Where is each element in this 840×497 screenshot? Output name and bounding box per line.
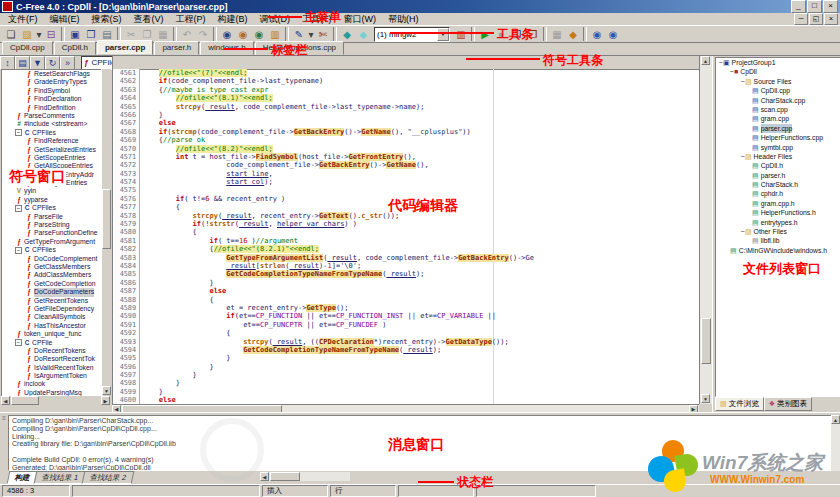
menu-item[interactable]: 窗口(W) (338, 14, 383, 24)
symbol-tree-item[interactable]: ƒParseComments (2, 112, 102, 120)
file-tree-item[interactable]: ▤CharStack.h (716, 180, 840, 189)
code-editor[interactable]: 4561456245634564456545664567456845694570… (112, 56, 700, 404)
symbol-tree-item[interactable]: ƒIsValidRecentToken (2, 364, 102, 372)
code-line[interactable]: GetCodeCompletionTypeNameFromTypeName(_r… (142, 270, 698, 278)
undo-button[interactable]: ↶ (179, 27, 195, 42)
nav-forward-button[interactable]: ◆ (355, 27, 371, 42)
collapse-icon[interactable]: − (15, 339, 22, 346)
save-button[interactable]: ▣ (67, 27, 83, 42)
file-tab[interactable]: parser.cpp (97, 40, 153, 55)
editor-vscrollbar[interactable]: ▲ ▼ (699, 56, 712, 404)
refresh-icon[interactable]: ↻ (45, 56, 60, 70)
replace-in-files-button[interactable]: ✄ (315, 27, 331, 42)
symbol-tree-vscrollbar[interactable]: ▼ (101, 69, 111, 395)
code-line[interactable]: if(code_complement_file->last_typename) (142, 77, 698, 85)
panel-tab[interactable]: ▨文件浏览 (715, 397, 764, 411)
mdi-minimize-button[interactable]: ─ (794, 13, 808, 25)
code-line[interactable]: start_col); (142, 178, 698, 186)
title-bar[interactable]: C-Free 4.0 : CpDll - [D:\gan\bin\Parser\… (0, 0, 840, 13)
sort-symbols-icon[interactable]: ↕ (0, 56, 15, 70)
code-line[interactable]: { (142, 329, 698, 337)
file-tree-item[interactable]: ▤parser.cpp (716, 124, 840, 133)
minimize-button[interactable]: _ (791, 0, 806, 13)
file-tree-item[interactable]: −▨Other Files (716, 227, 840, 236)
file-tree-item[interactable]: ▤cphdr.h (716, 189, 840, 198)
file-tree-item[interactable]: −▨Source Files (716, 77, 840, 86)
code-line[interactable]: //ofile<<"(8.1)"<<endl; (142, 94, 698, 102)
symbol-tree-item[interactable]: ƒDoCodeComplement (2, 255, 102, 263)
find-button[interactable]: ◉ (219, 27, 235, 42)
find-in-files-button[interactable]: ▥ (267, 27, 283, 42)
file-tree-item[interactable]: −■CpDll (716, 67, 840, 76)
code-line[interactable]: if(strcmp(code_complement_file->GetBackE… (142, 128, 698, 136)
file-tree-item[interactable]: ▤symtbl.cpp (716, 143, 840, 152)
help-button[interactable]: ◉ (605, 27, 621, 42)
code-line[interactable]: {//parse ok (142, 136, 698, 144)
message-vscrollbar[interactable]: ▲ (831, 415, 840, 471)
symbol-tree-item[interactable]: ƒtoken_unique_func (2, 330, 102, 338)
build-target-combobox[interactable]: (1) mingw2▼ (374, 27, 450, 42)
file-tree-item[interactable]: ▤C:\MinGW\include\windows.h (716, 246, 840, 255)
find-prev-button[interactable]: ◉ (251, 27, 267, 42)
file-tree-item[interactable]: ▤entrytypes.h (716, 218, 840, 227)
symbol-tree-item[interactable]: −CCPFile (2, 339, 102, 347)
mdi-close-button[interactable]: × (824, 13, 838, 25)
symbol-tree-item[interactable]: ƒParseFile (2, 213, 102, 221)
code-line[interactable]: { (142, 296, 698, 304)
symbol-tree-hscrollbar[interactable]: ◀ ▶ (1, 396, 110, 405)
file-tab[interactable]: CpDll.h (54, 41, 96, 55)
symbol-tree-item[interactable]: ƒGetClassMembers (2, 263, 102, 271)
symbol-tree-item[interactable]: ƒDoCodeParameters (2, 288, 102, 296)
file-tab[interactable]: CpDll.cpp (2, 41, 53, 55)
file-tree-item[interactable]: ▤HelperFunctions.cpp (716, 133, 840, 142)
chevron-down-icon[interactable]: ▼ (437, 28, 449, 41)
code-line[interactable]: } (142, 388, 698, 396)
message-tab[interactable]: 查找结果 1 (34, 471, 87, 484)
new-file-button[interactable]: ❏ (3, 27, 19, 42)
symbol-tree-item[interactable]: ƒDoResortRecentTok (2, 355, 102, 363)
redo-button[interactable]: ↷ (195, 27, 211, 42)
code-line[interactable]: strcpy(_result, ((CPDeclaration*)recent_… (142, 338, 698, 346)
toggle-breakpoint-button[interactable]: ▦ (549, 27, 565, 42)
code-line[interactable]: _result[strlen(_result)-1]='\0'; (142, 262, 698, 270)
code-line[interactable]: else (142, 119, 698, 127)
menu-item[interactable]: 查看(V) (128, 14, 170, 24)
menu-item[interactable]: 工程(P) (170, 14, 212, 24)
symbol-tree-item[interactable]: ƒFindSymbol (2, 87, 102, 95)
symbol-tree-item[interactable]: ƒCleanAllSymbols (2, 313, 102, 321)
code-line[interactable]: GetTypeFromArgumentList(_result, code_co… (142, 254, 698, 262)
message-window-grip[interactable]: ≡ (0, 415, 8, 471)
file-tree-item[interactable]: −▣ProjectGroup1 (716, 58, 840, 67)
code-line[interactable]: et==CP_FUNCPTR || et==CP_FUNCDEF ) (142, 321, 698, 329)
more-icon[interactable]: » (60, 56, 75, 70)
symbol-tree-item[interactable]: −CCPFiles (2, 246, 102, 254)
code-line[interactable]: {//ofile<<"(8.2.1)"<<endl; (142, 245, 698, 253)
code-line[interactable]: et = recent_entry->GetType(); (142, 304, 698, 312)
file-tree-item[interactable]: ▤parser.h (716, 171, 840, 180)
file-tree-item[interactable]: ▤CpDll.cpp (716, 86, 840, 95)
find-next-button[interactable]: ◉ (235, 27, 251, 42)
symbol-tree-item[interactable]: ƒIsArgumentToken (2, 372, 102, 380)
mdi-restore-button[interactable]: ◱ (809, 13, 823, 25)
code-line[interactable]: code_complement_file->GetBackEntry()->Ge… (142, 161, 698, 169)
symbol-tree-item[interactable]: Vyyin (2, 187, 102, 195)
symbol-tree-item[interactable]: ƒinclook (2, 380, 102, 388)
symbol-tree-item[interactable]: ƒyyparse (2, 196, 102, 204)
menu-item[interactable]: 构建(B) (212, 14, 254, 24)
collapse-icon[interactable]: − (15, 247, 22, 254)
code-line[interactable]: //ofile<<"(7)"<<endl; (142, 69, 698, 77)
symbol-tree-item[interactable]: ƒGetFileDependency (2, 305, 102, 313)
code-line[interactable]: } (142, 354, 698, 362)
code-line[interactable] (142, 186, 698, 194)
file-tree-item[interactable]: ▤gram.cpp (716, 114, 840, 123)
run-button[interactable]: ▶ (477, 27, 493, 42)
save-project-button[interactable]: ⊟ (43, 27, 59, 42)
symbol-tree-item[interactable]: −CCPFiles (2, 204, 102, 212)
track-cursor-icon[interactable]: ▼ (30, 56, 45, 70)
symbol-tree-item[interactable]: ƒGetSerializedEntries (2, 146, 102, 154)
message-hscrollbar[interactable]: ◀ (260, 472, 350, 481)
symbol-tree-item[interactable]: ƒHasThisAncestor (2, 322, 102, 330)
code-line[interactable]: } (142, 279, 698, 287)
project-manager-button[interactable]: ▥ (453, 27, 469, 42)
save-all-button[interactable]: ❐ (83, 27, 99, 42)
